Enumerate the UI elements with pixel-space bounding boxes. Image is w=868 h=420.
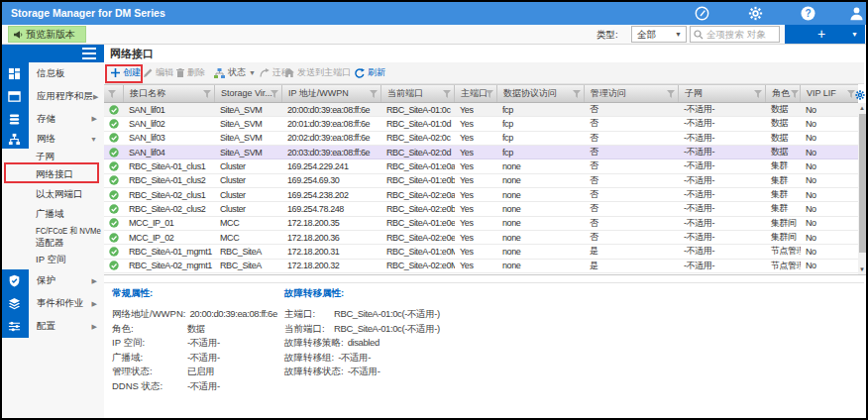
table-row[interactable]: SAN_lif01 SiteA_SVM 20:00:d0:39:ea:08:ff… — [104, 103, 858, 117]
sidebar-item-ipspaces[interactable]: IP 空间 — [0, 250, 104, 269]
sidebar-item-events-jobs[interactable]: 事件和作业 ▶ — [0, 292, 104, 315]
general-properties-group: 常规属性: 网络地址/WWPN:20:00:d0:39:ea:08:ff:6e … — [112, 287, 277, 394]
cell-vip-lif: No — [801, 175, 858, 185]
edit-button[interactable]: 编辑 — [144, 62, 173, 83]
sidebar-item-fc-adapters[interactable]: FC/FCoE 和 NVMe适配器 — [0, 224, 104, 250]
cell-mgmt-access: 否 — [585, 188, 679, 201]
sidebar-item-applications[interactable]: 应用程序和层 ▶ — [0, 85, 104, 108]
column-header-data-protocol[interactable]: 数据协议访问 — [497, 85, 585, 102]
detail-value: disabled — [348, 336, 380, 351]
cell-current-port: RBC_SiteA-01:e0a — [381, 161, 455, 171]
cell-vip-lif: No — [801, 247, 858, 257]
chevron-right-icon: ▶ — [92, 300, 104, 308]
cell-interface-name: RBC_SiteA-02_mgmt1 — [124, 261, 215, 270]
status-ok-icon — [104, 247, 124, 257]
pencil-icon — [144, 68, 153, 77]
add-button[interactable]: + ▼ — [785, 25, 865, 44]
sidebar-item-dashboard[interactable]: 信息板 — [0, 62, 104, 85]
detail-value: 已启用 — [187, 365, 214, 379]
hamburger-menu-icon[interactable] — [82, 48, 96, 59]
cell-interface-name: RBC_SiteA-01_clus2 — [124, 175, 215, 185]
search-icon — [694, 30, 704, 40]
table-row[interactable]: RBC_SiteA-02_clus2 Cluster 169.254.78.24… — [104, 202, 858, 216]
search-input[interactable] — [706, 27, 778, 42]
cell-ip: 20:03:d0:39:ea:08:ff:6e — [282, 148, 381, 158]
sidebar-item-broadcast-domains[interactable]: 广播域 — [0, 204, 104, 224]
general-properties-title: 常规属性: — [112, 287, 277, 300]
help-icon[interactable]: ? — [801, 6, 815, 21]
gear-icon[interactable] — [748, 6, 763, 21]
refresh-button[interactable]: 刷新 — [355, 62, 385, 83]
scrollbar-thumb[interactable] — [859, 114, 866, 253]
filter-icon — [370, 90, 378, 98]
column-header-svm[interactable]: Storage Vir... — [215, 85, 282, 102]
chevron-down-icon: ▼ — [851, 25, 858, 44]
status-button[interactable]: 状态 ▼ — [214, 62, 256, 83]
detail-label: 网络地址/WWPN: — [112, 307, 189, 322]
performance-icon[interactable] — [695, 6, 709, 21]
column-header-name[interactable]: 接口名称 — [124, 85, 215, 102]
table-row[interactable]: SAN_lif03 SiteA_SVM 20:02:d0:39:ea:08:ff… — [104, 132, 858, 146]
preview-new-version-button[interactable]: 预览新版本 — [8, 26, 86, 43]
svg-text:?: ? — [805, 8, 811, 19]
table-row[interactable]: SAN_lif02 SiteA_SVM 20:01:d0:39:ea:08:ff… — [104, 117, 858, 131]
filter-icon — [754, 90, 762, 98]
cell-interface-name: MCC_IP_01 — [124, 218, 215, 228]
column-header-role[interactable]: 角色 — [766, 85, 801, 102]
table-row[interactable]: RBC_SiteA-01_mgmt1 RBC_SiteA 172.18.200.… — [104, 245, 858, 259]
cell-home-port: Yes — [455, 247, 497, 257]
toolbar: 创建 编辑 删除 状态 ▼ 迁移 发送到主端口 刷新 — [105, 62, 864, 84]
cell-home-port: Yes — [455, 261, 497, 270]
send-to-home-port-button[interactable]: 发送到主端口 — [284, 62, 351, 83]
sidebar-item-protection[interactable]: 保护 ▶ — [0, 269, 104, 292]
table-row[interactable]: RBC_SiteA-01_clus2 Cluster 169.254.69.30… — [104, 174, 858, 188]
cell-interface-name: SAN_lif03 — [124, 133, 215, 143]
layers-icon — [0, 292, 29, 315]
cell-current-port: RBC_SiteA-02:e0b — [381, 204, 455, 214]
column-header-current-port[interactable]: 当前端口 — [381, 85, 455, 102]
cell-data-protocol: none — [497, 261, 585, 270]
cell-vip-lif: No — [801, 190, 858, 200]
cell-current-port: RBC_SiteA-01:e0b — [381, 175, 455, 185]
column-header-status[interactable] — [104, 85, 124, 102]
cell-data-protocol: none — [497, 218, 585, 228]
filter-icon — [108, 90, 116, 98]
cell-home-port: Yes — [455, 161, 497, 171]
scroll-up-icon[interactable]: ▲ — [858, 104, 866, 112]
cell-data-protocol: none — [497, 204, 585, 214]
vertical-scrollbar[interactable]: ▲ ▼ — [858, 103, 866, 274]
column-header-mgmt-access[interactable]: 管理访问 — [585, 85, 679, 102]
cell-ip: 172.18.200.36 — [282, 233, 381, 243]
cell-subnet: -不适用- — [679, 174, 766, 187]
table-row[interactable]: SAN_lif04 SiteA_SVM 20:03:d0:39:ea:08:ff… — [104, 146, 858, 159]
sidebar-item-ethernet-ports[interactable]: 以太网端口 — [0, 184, 104, 204]
detail-label: 故障转移策略: — [284, 336, 348, 351]
table-row[interactable]: RBC_SiteA-02_clus1 Cluster 169.254.238.2… — [104, 188, 858, 202]
table-row[interactable]: MCC_IP_01 MCC 172.18.200.35 RBC_SiteA-01… — [104, 217, 858, 231]
table-row[interactable]: RBC_SiteA-02_mgmt1 RBC_SiteA 172.18.200.… — [104, 260, 858, 273]
cell-home-port: Yes — [455, 218, 497, 228]
column-header-vip-lif[interactable]: VIP LIF — [801, 85, 858, 102]
cell-ip: 169.254.229.241 — [282, 161, 381, 171]
cell-subnet: -不适用- — [679, 117, 766, 130]
cell-ip: 169.254.78.248 — [282, 204, 381, 214]
column-header-home-port[interactable]: 主端口 — [455, 85, 497, 102]
detail-label: 主端口: — [284, 307, 334, 322]
status-ok-icon — [104, 261, 124, 270]
column-header-subnet[interactable]: 子网 — [679, 85, 766, 102]
table-row[interactable]: MCC_IP_02 MCC 172.18.200.36 RBC_SiteA-02… — [104, 231, 858, 245]
user-icon[interactable] — [849, 6, 864, 21]
scroll-down-icon[interactable]: ▼ — [858, 265, 866, 273]
table-row[interactable]: RBC_SiteA-01_clus1 Cluster 169.254.229.2… — [104, 159, 858, 173]
column-header-ip[interactable]: IP 地址/WWPN — [282, 85, 381, 102]
cell-subnet: -不适用- — [679, 245, 766, 258]
cell-mgmt-access: 否 — [585, 174, 679, 187]
chevron-down-icon: ▼ — [675, 27, 682, 42]
sidebar-item-configuration[interactable]: 配置 ▶ — [0, 315, 104, 338]
cell-svm: Cluster — [215, 175, 282, 185]
delete-button[interactable]: 删除 — [176, 62, 205, 83]
sidebar-item-network[interactable]: 网络 ▼ — [0, 130, 104, 149]
sidebar-item-storage[interactable]: 存储 ▶ — [0, 108, 104, 130]
column-settings-gear-icon[interactable] — [855, 86, 865, 104]
type-select[interactable]: 全部 ▼ — [631, 26, 687, 43]
